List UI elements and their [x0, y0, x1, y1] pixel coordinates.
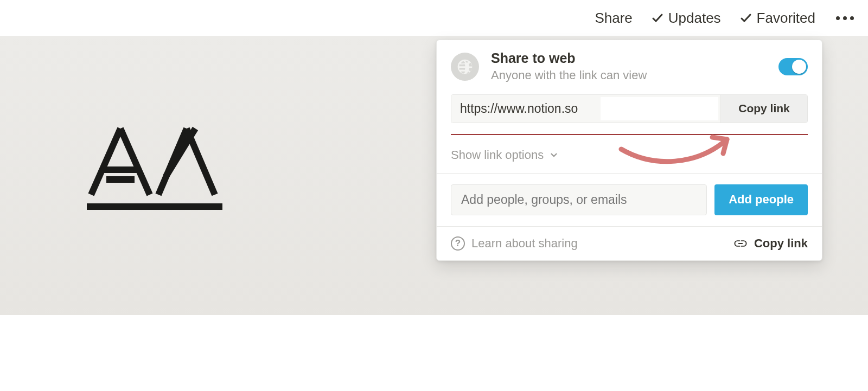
show-link-options[interactable]: Show link options [451, 148, 559, 162]
show-link-options-label: Show link options [451, 148, 544, 162]
add-people-label: Add people [729, 193, 794, 207]
add-people-input[interactable] [451, 185, 706, 215]
more-menu-button[interactable] [834, 14, 856, 22]
chevron-down-icon [549, 150, 559, 160]
learn-about-sharing[interactable]: ? Learn about sharing [451, 236, 578, 251]
share-popover-footer: ? Learn about sharing Copy link [437, 226, 822, 260]
add-people-section: Add people [437, 173, 822, 226]
footer-copy-link[interactable]: Copy link [733, 236, 808, 251]
page-logo [87, 125, 228, 212]
updates-label: Updates [668, 10, 721, 27]
share-popover: Share to web Anyone with the link can vi… [436, 40, 822, 261]
public-link-row: Copy link [451, 94, 808, 123]
favorited-label: Favorited [757, 10, 815, 27]
link-icon [733, 238, 748, 249]
share-to-web-section: Share to web Anyone with the link can vi… [437, 40, 822, 134]
share-to-web-toggle[interactable] [778, 58, 808, 75]
share-button[interactable]: Share [595, 10, 632, 27]
link-mask [601, 97, 718, 120]
updates-button[interactable]: Updates [651, 10, 721, 27]
share-label: Share [595, 10, 632, 27]
copy-link-button[interactable]: Copy link [720, 95, 807, 123]
add-people-button[interactable]: Add people [714, 184, 808, 215]
learn-label: Learn about sharing [471, 236, 578, 251]
public-link-field[interactable] [451, 95, 720, 123]
page-actions-bar: Share Updates Favorited [0, 0, 868, 36]
share-to-web-title: Share to web [491, 51, 767, 66]
help-icon: ? [451, 236, 465, 251]
globe-icon [451, 53, 479, 81]
favorited-button[interactable]: Favorited [739, 10, 815, 27]
share-to-web-subtitle: Anyone with the link can view [491, 68, 767, 82]
svg-line-0 [91, 129, 120, 195]
svg-line-1 [120, 129, 150, 195]
copy-link-label: Copy link [738, 102, 790, 115]
check-icon [739, 11, 752, 24]
check-icon [651, 11, 664, 24]
footer-copy-link-label: Copy link [754, 236, 808, 251]
annotation-underline [451, 134, 808, 135]
add-people-field[interactable] [451, 184, 707, 215]
